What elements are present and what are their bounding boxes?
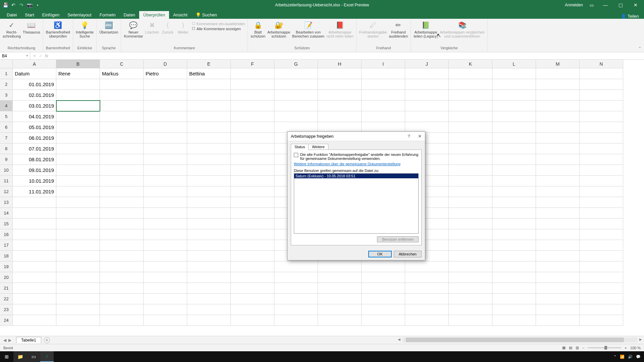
cell-K18[interactable] [449, 251, 492, 261]
cell-N11[interactable] [580, 176, 623, 186]
row-header-24[interactable]: 24 [0, 315, 13, 326]
cell-I24[interactable] [362, 315, 405, 326]
cell-N3[interactable] [580, 90, 623, 101]
col-header-C[interactable]: C [100, 60, 144, 68]
cell-D10[interactable] [144, 165, 187, 176]
cell-N5[interactable] [580, 111, 623, 122]
users-listbox[interactable]: Saturn (Exklusiv) - 10.05.2018 03:51 [294, 173, 419, 234]
cell-M11[interactable] [536, 176, 580, 186]
cell-D15[interactable] [144, 219, 187, 229]
cell-K8[interactable] [449, 143, 492, 154]
cell-K2[interactable] [449, 79, 492, 90]
cell-B4[interactable] [56, 101, 100, 111]
cell-N14[interactable] [580, 208, 623, 219]
col-header-E[interactable]: E [187, 60, 231, 68]
signin-link[interactable]: Anmelden [565, 3, 583, 7]
zoom-thumb[interactable] [604, 346, 607, 350]
user-list-item[interactable]: Saturn (Exklusiv) - 10.05.2018 03:51 [294, 174, 418, 178]
cell-G3[interactable] [274, 90, 318, 101]
cell-B22[interactable] [56, 294, 100, 304]
cell-E12[interactable] [187, 186, 231, 197]
cell-C17[interactable] [100, 240, 144, 251]
cell-A20[interactable] [13, 272, 56, 283]
cell-C6[interactable] [100, 122, 144, 133]
cell-C11[interactable] [100, 176, 144, 186]
cell-K24[interactable] [449, 315, 492, 326]
zoom-level[interactable]: 100 % [630, 346, 641, 350]
cell-C15[interactable] [100, 219, 144, 229]
cell-M20[interactable] [536, 272, 580, 283]
cell-B11[interactable] [56, 176, 100, 186]
cell-M23[interactable] [536, 304, 580, 315]
cell-N18[interactable] [580, 251, 623, 261]
cell-A3[interactable]: 02.01.2019 [13, 90, 56, 101]
cell-A24[interactable] [13, 315, 56, 326]
cell-B15[interactable] [56, 219, 100, 229]
cell-J23[interactable] [405, 304, 449, 315]
cell-D14[interactable] [144, 208, 187, 219]
cell-M19[interactable] [536, 261, 580, 272]
collapse-ribbon-icon[interactable]: ⌃ [638, 46, 641, 51]
cell-J24[interactable] [405, 315, 449, 326]
cell-D20[interactable] [144, 272, 187, 283]
cell-E14[interactable] [187, 208, 231, 219]
tab-formeln[interactable]: Formeln [96, 11, 120, 19]
cancel-edit-icon[interactable]: ✕ [33, 54, 36, 58]
save-icon[interactable]: 💾 [3, 2, 8, 8]
cell-B24[interactable] [56, 315, 100, 326]
cell-L15[interactable] [492, 219, 536, 229]
cell-E13[interactable] [187, 197, 231, 208]
col-header-H[interactable]: H [318, 60, 362, 68]
tab-start[interactable]: Start [21, 11, 38, 19]
horizontal-scrollbar[interactable]: ◀ ▶ [402, 338, 637, 342]
cell-G23[interactable] [274, 304, 318, 315]
row-header-7[interactable]: 7 [0, 133, 13, 143]
cell-L19[interactable] [492, 261, 536, 272]
cell-I2[interactable] [362, 79, 405, 90]
accessibility-button[interactable]: ♿ Barrierefreiheit überprüfen [46, 19, 70, 38]
cell-C4[interactable] [100, 101, 144, 111]
cell-L8[interactable] [492, 143, 536, 154]
cell-F15[interactable] [231, 219, 274, 229]
cell-F8[interactable] [231, 143, 274, 154]
view-pagebreak-icon[interactable]: ▥ [576, 346, 579, 350]
tray-notifications-icon[interactable]: 💬 [636, 355, 641, 359]
cell-H2[interactable] [318, 79, 362, 90]
col-header-K[interactable]: K [449, 60, 492, 68]
row-header-20[interactable]: 20 [0, 272, 13, 283]
cell-D2[interactable] [144, 79, 187, 90]
cell-L4[interactable] [492, 101, 536, 111]
cell-K11[interactable] [449, 176, 492, 186]
display-options-icon[interactable]: ▭ [590, 3, 594, 8]
cell-M10[interactable] [536, 165, 580, 176]
cell-J20[interactable] [405, 272, 449, 283]
cell-A23[interactable] [13, 304, 56, 315]
cell-K12[interactable] [449, 186, 492, 197]
cell-F18[interactable] [231, 251, 274, 261]
cell-B16[interactable] [56, 229, 100, 240]
cell-I22[interactable] [362, 294, 405, 304]
cell-D19[interactable] [144, 261, 187, 272]
cell-F14[interactable] [231, 208, 274, 219]
cancel-button[interactable]: Abbrechen [394, 251, 422, 257]
cell-C20[interactable] [100, 272, 144, 283]
cell-C14[interactable] [100, 208, 144, 219]
cell-F11[interactable] [231, 176, 274, 186]
cell-E21[interactable] [187, 283, 231, 294]
cell-M8[interactable] [536, 143, 580, 154]
cell-L18[interactable] [492, 251, 536, 261]
cell-F16[interactable] [231, 229, 274, 240]
cell-F4[interactable] [231, 101, 274, 111]
cell-H21[interactable] [318, 283, 362, 294]
dialog-help-button[interactable]: ? [404, 134, 414, 139]
cell-L11[interactable] [492, 176, 536, 186]
name-box[interactable]: B4 ▼ [0, 52, 30, 59]
cell-A22[interactable] [13, 294, 56, 304]
view-pagelayout-icon[interactable]: ▤ [569, 346, 572, 350]
search-box[interactable]: 💡 Suchen [192, 11, 221, 19]
row-header-8[interactable]: 8 [0, 143, 13, 154]
cell-G1[interactable] [274, 68, 318, 79]
allow-edit-ranges-button[interactable]: 📝 Bearbeiten von Bereichen zulassen [292, 19, 324, 38]
cell-H24[interactable] [318, 315, 362, 326]
tab-datei[interactable]: Datei [3, 11, 21, 19]
